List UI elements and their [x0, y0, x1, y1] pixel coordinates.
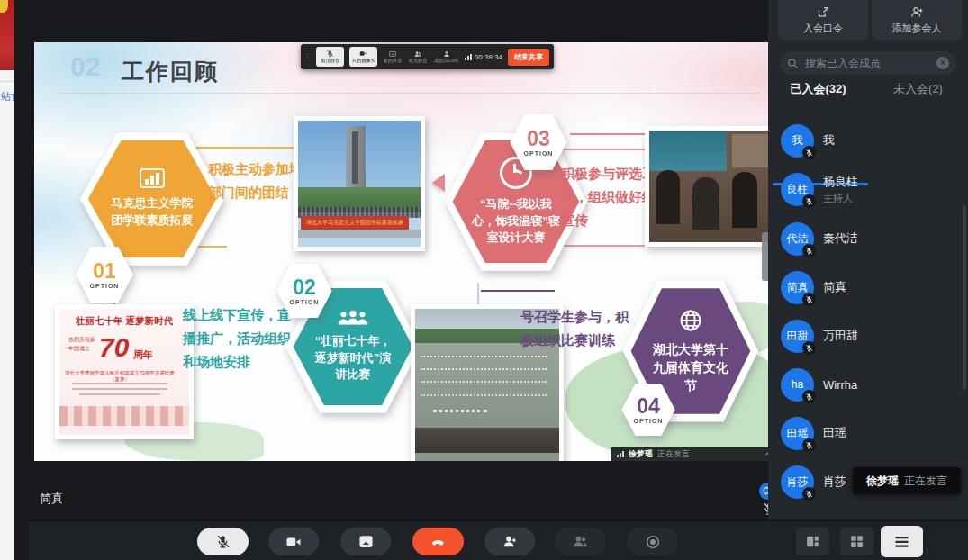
mute-all-button[interactable]: 全员静音: [408, 50, 428, 64]
camera-on-button[interactable]: 开启摄像头: [349, 47, 377, 67]
people-icon: [573, 534, 588, 549]
layout-list-button[interactable]: [881, 526, 923, 557]
poster-logo: 70: [99, 332, 129, 363]
participant-name: 肖莎: [823, 474, 846, 490]
mic-muted-icon: [215, 534, 231, 549]
layout-grid-icon: [849, 534, 864, 549]
mic-muted-badge-icon: [802, 194, 816, 208]
monument-detail: [352, 131, 358, 184]
tab-joined[interactable]: 已入会(32): [768, 81, 868, 103]
photo-classroom: [645, 126, 780, 247]
option-2-number-hexagon: 02 OPTION: [276, 263, 332, 319]
invite-button[interactable]: [484, 528, 535, 555]
mic-muted-badge-icon: [802, 146, 816, 159]
record-button[interactable]: [627, 528, 678, 555]
share-screen-icon: [389, 50, 396, 58]
person-icon: [443, 50, 450, 58]
mic-muted-badge-icon: [802, 293, 816, 306]
share-screen-icon: [358, 534, 374, 549]
option-number: 01: [93, 261, 116, 282]
option-1-number-hexagon: 01 OPTION: [76, 246, 133, 303]
participant-row[interactable]: ha Wirrha: [768, 362, 961, 407]
participant-row[interactable]: 田瑶 田瑶: [768, 411, 961, 456]
unmute-button[interactable]: 取消静音: [316, 47, 344, 67]
drag-handle[interactable]: ⋮: [303, 56, 311, 59]
new-share-button[interactable]: 新的共享: [383, 50, 403, 64]
avatar: 田瑶: [781, 417, 814, 450]
option-1-hex-text: 马克思主义学院团学联素质拓展: [87, 195, 217, 230]
share-screen-button[interactable]: [340, 528, 391, 555]
option-4-number-hexagon: 04 OPTION: [621, 383, 675, 437]
people-icon: [337, 310, 369, 326]
background-window-sliver: 站首: [0, 0, 14, 560]
avatar: 良柱: [781, 173, 814, 206]
crowd-row: [421, 368, 547, 370]
poster-subtitle: 湖北大学庆祝中华人民共和国成立70周年演讲比赛（复赛）: [63, 370, 176, 383]
connector-line: [477, 283, 479, 306]
camera-icon: [359, 50, 367, 58]
hangup-button[interactable]: [412, 528, 464, 555]
speaking-toast: 徐梦瑶 正在发言: [853, 467, 961, 494]
end-share-button[interactable]: 结束共享: [508, 49, 549, 66]
search-input[interactable]: [803, 56, 932, 70]
meeting-toolbar: 钉钉: [29, 520, 968, 560]
layout-sidebar-icon: [805, 534, 820, 549]
mic-muted-badge-icon: [802, 487, 816, 501]
participant-row[interactable]: 良柱 杨良柱 主持人: [768, 167, 961, 212]
video-tile-name: 简真: [40, 491, 63, 507]
speaker-status: 正在发言: [657, 448, 690, 460]
wall: [649, 131, 727, 171]
participant-row[interactable]: 代洁 秦代洁: [768, 216, 961, 261]
participant-row[interactable]: 田甜 万田甜: [768, 313, 961, 358]
participant-search[interactable]: ×: [780, 51, 956, 75]
tab-joined-label: 已入会(32): [790, 82, 846, 95]
meeting-code-button[interactable]: 入会口令: [778, 0, 868, 40]
mic-muted-badge-icon: [802, 341, 816, 355]
mic-muted-badge-icon: [802, 244, 816, 257]
layout-sidebar-button[interactable]: [796, 528, 829, 555]
signal-icon: [465, 54, 472, 60]
poster-title: 壮丽七十年 逐梦新时代: [59, 315, 189, 328]
panel-scrollbar[interactable]: [963, 205, 966, 390]
tab-not-joined[interactable]: 未入会(2): [868, 81, 968, 103]
person-silhouette: [692, 177, 719, 230]
avatar: 肖莎: [781, 465, 814, 499]
active-speaker-bar: 徐梦瑶 正在发言: [611, 447, 780, 461]
connector-line: [481, 290, 555, 292]
option-3-number-hexagon: 03 OPTION: [510, 113, 567, 171]
participant-name: 杨良柱: [823, 174, 858, 190]
mic-button[interactable]: [197, 528, 249, 555]
crowd-row: [421, 394, 547, 396]
toast-speaker-status: 正在发言: [904, 474, 947, 489]
participant-role: 主持人: [823, 192, 858, 205]
arrow-decoration: [423, 174, 445, 192]
record-icon: [645, 534, 661, 550]
track: [415, 428, 559, 453]
clear-search-icon[interactable]: ×: [936, 57, 949, 69]
option-caption: OPTION: [90, 283, 120, 289]
camera-button[interactable]: [268, 528, 319, 555]
option-caption: OPTION: [290, 299, 320, 305]
title-divider: [57, 93, 759, 94]
option-number: 02: [293, 277, 316, 298]
meeting-code-label: 入会口令: [803, 22, 843, 35]
crowd-row: [421, 381, 547, 383]
members-button[interactable]: 成员(32/34): [433, 50, 458, 64]
bar-chart-icon: [140, 168, 165, 188]
tab-not-joined-label: 未入会(2): [893, 82, 943, 95]
participant-name: 我: [823, 132, 835, 149]
add-participant-button[interactable]: 添加参会人: [872, 0, 962, 40]
participants-panel: 入会口令 添加参会人 × 已入会(32) 未入会(2) 我 我 良柱: [768, 0, 968, 520]
option-number: 04: [637, 396, 660, 417]
poster-text-line: [79, 393, 160, 395]
crowd-row: [421, 356, 547, 357]
participant-row[interactable]: 我 我: [768, 118, 961, 163]
layout-grid-button[interactable]: [840, 528, 873, 555]
mic-muted-badge-icon: [802, 390, 816, 403]
phone-down-icon: [430, 533, 447, 550]
meeting-app-window: 站首 02 工作回顾: [0, 0, 968, 560]
members-button[interactable]: [555, 528, 606, 555]
crowd-row: [433, 410, 487, 412]
person-add-icon: [502, 534, 518, 549]
participant-row[interactable]: 简真 简真: [768, 265, 961, 310]
